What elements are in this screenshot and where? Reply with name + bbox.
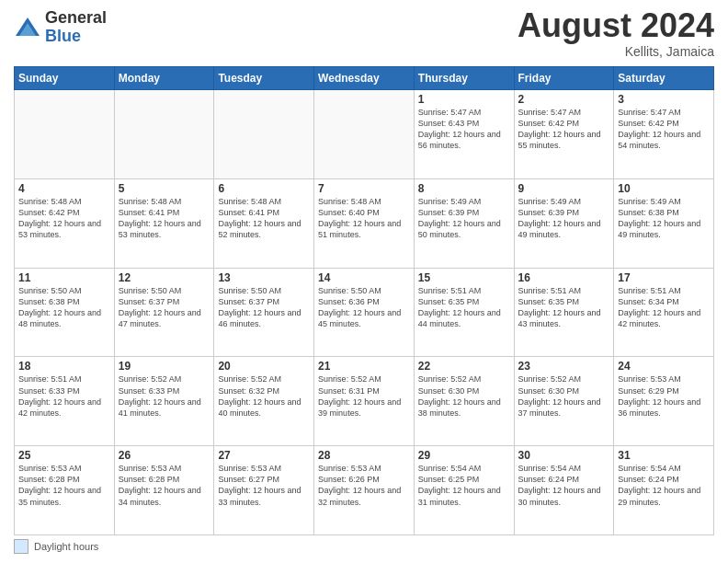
day-info: Sunrise: 5:49 AMSunset: 6:39 PMDaylight:… xyxy=(518,197,601,239)
location: Kellits, Jamaica xyxy=(518,44,714,59)
day-number: 1 xyxy=(418,93,510,106)
day-number: 7 xyxy=(318,182,410,195)
calendar-day-cell: 8 Sunrise: 5:49 AMSunset: 6:39 PMDayligh… xyxy=(414,178,514,268)
day-number: 9 xyxy=(518,182,610,195)
title-block: August 2024 Kellits, Jamaica xyxy=(518,9,714,59)
day-number: 17 xyxy=(618,271,710,284)
calendar-day-cell: 28 Sunrise: 5:53 AMSunset: 6:26 PMDaylig… xyxy=(314,446,415,535)
day-info: Sunrise: 5:47 AMSunset: 6:43 PMDaylight:… xyxy=(418,108,501,150)
calendar-day-header: Tuesday xyxy=(214,67,314,90)
day-info: Sunrise: 5:52 AMSunset: 6:32 PMDaylight:… xyxy=(218,374,301,417)
day-number: 4 xyxy=(18,182,110,195)
day-info: Sunrise: 5:53 AMSunset: 6:27 PMDaylight:… xyxy=(218,464,301,506)
daylight-legend-label: Daylight hours xyxy=(34,541,98,552)
calendar-day-cell: 2 Sunrise: 5:47 AMSunset: 6:42 PMDayligh… xyxy=(514,90,614,179)
calendar-week-row: 11 Sunrise: 5:50 AMSunset: 6:38 PMDaylig… xyxy=(15,268,714,357)
calendar-day-cell: 26 Sunrise: 5:53 AMSunset: 6:28 PMDaylig… xyxy=(114,446,214,535)
day-number: 13 xyxy=(218,271,310,284)
footer: Daylight hours xyxy=(14,539,714,554)
calendar-day-header: Thursday xyxy=(414,67,514,90)
day-number: 31 xyxy=(618,449,710,462)
day-number: 24 xyxy=(618,360,710,373)
day-info: Sunrise: 5:47 AMSunset: 6:42 PMDaylight:… xyxy=(518,108,601,150)
logo-blue: Blue xyxy=(45,28,107,46)
day-number: 12 xyxy=(119,271,210,284)
calendar-day-cell xyxy=(114,90,214,179)
logo-icon xyxy=(14,14,41,41)
calendar-day-cell: 14 Sunrise: 5:50 AMSunset: 6:36 PMDaylig… xyxy=(314,268,415,357)
day-info: Sunrise: 5:48 AMSunset: 6:41 PMDaylight:… xyxy=(119,197,201,239)
day-info: Sunrise: 5:52 AMSunset: 6:30 PMDaylight:… xyxy=(518,374,601,417)
month-year: August 2024 xyxy=(518,9,714,42)
day-info: Sunrise: 5:52 AMSunset: 6:33 PMDaylight:… xyxy=(119,374,201,417)
day-info: Sunrise: 5:52 AMSunset: 6:30 PMDaylight:… xyxy=(418,374,501,417)
day-info: Sunrise: 5:54 AMSunset: 6:25 PMDaylight:… xyxy=(418,464,501,506)
calendar-day-cell: 15 Sunrise: 5:51 AMSunset: 6:35 PMDaylig… xyxy=(414,268,514,357)
calendar-day-cell: 17 Sunrise: 5:51 AMSunset: 6:34 PMDaylig… xyxy=(614,268,714,357)
calendar-day-header: Friday xyxy=(514,67,614,90)
day-info: Sunrise: 5:48 AMSunset: 6:41 PMDaylight:… xyxy=(218,197,301,239)
header: General Blue August 2024 Kellits, Jamaic… xyxy=(14,9,714,59)
calendar-day-cell: 5 Sunrise: 5:48 AMSunset: 6:41 PMDayligh… xyxy=(114,178,214,268)
day-info: Sunrise: 5:50 AMSunset: 6:36 PMDaylight:… xyxy=(318,286,401,328)
calendar-week-row: 1 Sunrise: 5:47 AMSunset: 6:43 PMDayligh… xyxy=(15,90,714,179)
calendar-day-cell: 24 Sunrise: 5:53 AMSunset: 6:29 PMDaylig… xyxy=(614,357,714,446)
day-number: 16 xyxy=(518,271,610,284)
calendar-day-cell: 21 Sunrise: 5:52 AMSunset: 6:31 PMDaylig… xyxy=(314,357,415,446)
day-info: Sunrise: 5:51 AMSunset: 6:34 PMDaylight:… xyxy=(618,286,700,328)
day-number: 29 xyxy=(418,449,510,462)
day-info: Sunrise: 5:51 AMSunset: 6:35 PMDaylight:… xyxy=(418,286,501,328)
calendar-day-cell: 11 Sunrise: 5:50 AMSunset: 6:38 PMDaylig… xyxy=(15,268,115,357)
calendar-day-cell: 30 Sunrise: 5:54 AMSunset: 6:24 PMDaylig… xyxy=(514,446,614,535)
day-number: 28 xyxy=(318,449,410,462)
day-info: Sunrise: 5:51 AMSunset: 6:33 PMDaylight:… xyxy=(18,374,101,417)
calendar-day-cell: 19 Sunrise: 5:52 AMSunset: 6:33 PMDaylig… xyxy=(114,357,214,446)
daylight-legend-box xyxy=(14,539,28,554)
day-number: 2 xyxy=(518,93,610,106)
calendar-day-cell: 18 Sunrise: 5:51 AMSunset: 6:33 PMDaylig… xyxy=(15,357,115,446)
day-info: Sunrise: 5:47 AMSunset: 6:42 PMDaylight:… xyxy=(618,108,700,150)
day-number: 11 xyxy=(18,271,110,284)
calendar-day-header: Saturday xyxy=(614,67,714,90)
calendar-table: SundayMondayTuesdayWednesdayThursdayFrid… xyxy=(14,66,714,535)
day-info: Sunrise: 5:52 AMSunset: 6:31 PMDaylight:… xyxy=(318,374,401,417)
day-info: Sunrise: 5:53 AMSunset: 6:29 PMDaylight:… xyxy=(618,374,700,417)
calendar-day-cell: 1 Sunrise: 5:47 AMSunset: 6:43 PMDayligh… xyxy=(414,90,514,179)
day-info: Sunrise: 5:53 AMSunset: 6:28 PMDaylight:… xyxy=(18,464,101,506)
day-info: Sunrise: 5:51 AMSunset: 6:35 PMDaylight:… xyxy=(518,286,601,328)
day-number: 14 xyxy=(318,271,410,284)
calendar-day-cell: 27 Sunrise: 5:53 AMSunset: 6:27 PMDaylig… xyxy=(214,446,314,535)
day-number: 26 xyxy=(119,449,210,462)
day-info: Sunrise: 5:50 AMSunset: 6:38 PMDaylight:… xyxy=(18,286,101,328)
day-number: 6 xyxy=(218,182,310,195)
calendar-day-cell: 13 Sunrise: 5:50 AMSunset: 6:37 PMDaylig… xyxy=(214,268,314,357)
calendar-day-cell: 6 Sunrise: 5:48 AMSunset: 6:41 PMDayligh… xyxy=(214,178,314,268)
day-number: 25 xyxy=(18,449,110,462)
logo: General Blue xyxy=(14,9,107,46)
day-number: 30 xyxy=(518,449,610,462)
calendar-day-cell: 20 Sunrise: 5:52 AMSunset: 6:32 PMDaylig… xyxy=(214,357,314,446)
calendar-day-cell: 29 Sunrise: 5:54 AMSunset: 6:25 PMDaylig… xyxy=(414,446,514,535)
calendar-header-row: SundayMondayTuesdayWednesdayThursdayFrid… xyxy=(15,67,714,90)
day-info: Sunrise: 5:50 AMSunset: 6:37 PMDaylight:… xyxy=(119,286,201,328)
calendar-day-cell xyxy=(214,90,314,179)
day-info: Sunrise: 5:54 AMSunset: 6:24 PMDaylight:… xyxy=(518,464,601,506)
calendar-day-cell: 9 Sunrise: 5:49 AMSunset: 6:39 PMDayligh… xyxy=(514,178,614,268)
day-number: 3 xyxy=(618,93,710,106)
calendar-day-cell: 16 Sunrise: 5:51 AMSunset: 6:35 PMDaylig… xyxy=(514,268,614,357)
day-info: Sunrise: 5:53 AMSunset: 6:26 PMDaylight:… xyxy=(318,464,401,506)
calendar-week-row: 4 Sunrise: 5:48 AMSunset: 6:42 PMDayligh… xyxy=(15,178,714,268)
calendar-day-cell: 7 Sunrise: 5:48 AMSunset: 6:40 PMDayligh… xyxy=(314,178,415,268)
calendar-day-cell: 23 Sunrise: 5:52 AMSunset: 6:30 PMDaylig… xyxy=(514,357,614,446)
calendar-day-header: Monday xyxy=(114,67,214,90)
day-info: Sunrise: 5:49 AMSunset: 6:38 PMDaylight:… xyxy=(618,197,700,239)
day-number: 10 xyxy=(618,182,710,195)
calendar-day-cell: 3 Sunrise: 5:47 AMSunset: 6:42 PMDayligh… xyxy=(614,90,714,179)
calendar-day-cell: 25 Sunrise: 5:53 AMSunset: 6:28 PMDaylig… xyxy=(15,446,115,535)
calendar-day-header: Sunday xyxy=(15,67,115,90)
day-number: 18 xyxy=(18,360,110,373)
calendar-day-cell: 31 Sunrise: 5:54 AMSunset: 6:24 PMDaylig… xyxy=(614,446,714,535)
day-info: Sunrise: 5:50 AMSunset: 6:37 PMDaylight:… xyxy=(218,286,301,328)
page: General Blue August 2024 Kellits, Jamaic… xyxy=(0,0,728,563)
calendar-day-cell: 12 Sunrise: 5:50 AMSunset: 6:37 PMDaylig… xyxy=(114,268,214,357)
